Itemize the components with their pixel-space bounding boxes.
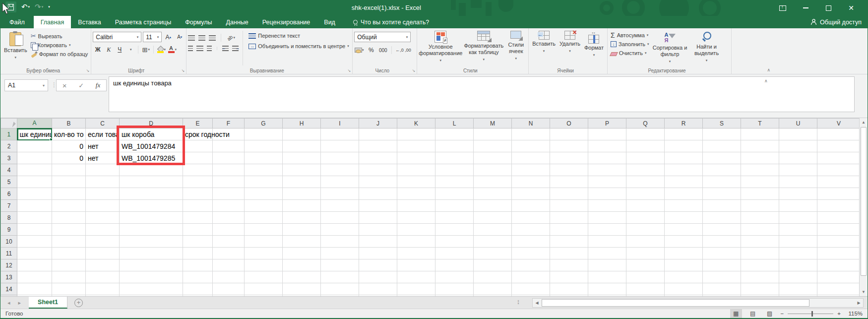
- cell-P9[interactable]: [588, 224, 626, 236]
- cell-H13[interactable]: [283, 271, 321, 283]
- column-header-B[interactable]: B: [52, 119, 86, 128]
- cell-E9[interactable]: [183, 224, 213, 236]
- cell-T2[interactable]: [741, 140, 779, 152]
- cell-K8[interactable]: [397, 212, 435, 224]
- cell-D12[interactable]: [120, 259, 183, 271]
- cell-D4[interactable]: [120, 164, 183, 176]
- row-header-13[interactable]: 13: [1, 271, 17, 283]
- column-header-L[interactable]: L: [435, 119, 474, 128]
- cell-S4[interactable]: [703, 164, 741, 176]
- zoom-out-button[interactable]: −: [781, 311, 784, 317]
- cell-B13[interactable]: [52, 271, 86, 283]
- cell-I11[interactable]: [321, 248, 359, 259]
- prev-sheet-icon[interactable]: ◂: [7, 300, 10, 306]
- cell-R8[interactable]: [665, 212, 703, 224]
- column-header-T[interactable]: T: [741, 119, 779, 128]
- cell-F11[interactable]: [213, 248, 245, 259]
- format-as-table-button[interactable]: Форматировать как таблицу ▾: [462, 30, 505, 66]
- cell-D5[interactable]: [120, 176, 183, 188]
- format-cells-button[interactable]: Формат ▾: [582, 30, 606, 66]
- cell-O6[interactable]: [550, 188, 588, 200]
- column-header-V[interactable]: V: [817, 119, 861, 128]
- cell-S9[interactable]: [703, 224, 741, 236]
- cell-P6[interactable]: [588, 188, 626, 200]
- cell-F10[interactable]: [213, 236, 245, 248]
- horizontal-scrollbar[interactable]: ◀ ▶: [532, 298, 864, 308]
- cell-R10[interactable]: [665, 236, 703, 248]
- row-header-6[interactable]: 6: [1, 188, 17, 200]
- cell-D3[interactable]: WB_1001479285: [120, 152, 183, 164]
- collapse-ribbon-icon[interactable]: ∧: [767, 67, 770, 72]
- cell-M3[interactable]: [474, 152, 512, 164]
- cell-P5[interactable]: [588, 176, 626, 188]
- cell-B14[interactable]: [52, 283, 86, 295]
- cell-V6[interactable]: [817, 188, 861, 200]
- cell-A3[interactable]: [17, 152, 52, 164]
- cell-C1[interactable]: если това: [86, 128, 120, 140]
- cell-M6[interactable]: [474, 188, 512, 200]
- cell-U12[interactable]: [779, 259, 817, 271]
- cell-Q3[interactable]: [626, 152, 665, 164]
- cell-L4[interactable]: [435, 164, 474, 176]
- cell-C5[interactable]: [86, 176, 120, 188]
- cell-V7[interactable]: [817, 200, 861, 212]
- cell-O8[interactable]: [550, 212, 588, 224]
- cell-T11[interactable]: [741, 248, 779, 259]
- cell-I9[interactable]: [321, 224, 359, 236]
- cell-C9[interactable]: [86, 224, 120, 236]
- collapse-formula-bar-icon[interactable]: ∧: [764, 78, 768, 83]
- cell-Q9[interactable]: [626, 224, 665, 236]
- comma-style-button[interactable]: 000: [378, 45, 388, 55]
- cell-B5[interactable]: [52, 176, 86, 188]
- cell-Q6[interactable]: [626, 188, 665, 200]
- cell-D2[interactable]: WB_1001479284: [120, 140, 183, 152]
- conditional-formatting-button[interactable]: Условное форматирование ▾: [419, 30, 462, 66]
- cell-U1[interactable]: [779, 128, 817, 140]
- cell-J1[interactable]: [359, 128, 397, 140]
- cell-L2[interactable]: [435, 140, 474, 152]
- cell-N1[interactable]: [512, 128, 550, 140]
- cell-N11[interactable]: [512, 248, 550, 259]
- cell-K4[interactable]: [397, 164, 435, 176]
- autosum-button[interactable]: ΣАвтосумма▾: [609, 32, 651, 39]
- cell-A2[interactable]: [17, 140, 52, 152]
- cell-B6[interactable]: [52, 188, 86, 200]
- cell-P12[interactable]: [588, 259, 626, 271]
- cell-H3[interactable]: [283, 152, 321, 164]
- cell-H7[interactable]: [283, 200, 321, 212]
- cell-A1[interactable]: шк единицы товара: [17, 128, 52, 140]
- insert-cells-button[interactable]: Вставить ▾: [530, 30, 558, 66]
- cell-S5[interactable]: [703, 176, 741, 188]
- cell-D1[interactable]: шк короба: [120, 128, 183, 140]
- column-header-O[interactable]: O: [550, 119, 588, 128]
- cell-L7[interactable]: [435, 200, 474, 212]
- cell-V13[interactable]: [817, 271, 861, 283]
- cell-F8[interactable]: [213, 212, 245, 224]
- cell-P1[interactable]: [588, 128, 626, 140]
- cell-U9[interactable]: [779, 224, 817, 236]
- cell-Q14[interactable]: [626, 283, 665, 295]
- cell-O2[interactable]: [550, 140, 588, 152]
- increase-font-button[interactable]: A▴: [163, 32, 173, 42]
- dialog-launcher-icon[interactable]: ↘: [412, 68, 416, 73]
- cell-K5[interactable]: [397, 176, 435, 188]
- delete-cells-button[interactable]: Удалить ▾: [558, 30, 582, 66]
- cell-O7[interactable]: [550, 200, 588, 212]
- cell-L8[interactable]: [435, 212, 474, 224]
- cell-F13[interactable]: [213, 271, 245, 283]
- row-header-11[interactable]: 11: [1, 248, 17, 259]
- cell-S12[interactable]: [703, 259, 741, 271]
- row-header-14[interactable]: 14: [1, 283, 17, 295]
- row-header-8[interactable]: 8: [1, 212, 17, 224]
- cell-U4[interactable]: [779, 164, 817, 176]
- cell-H12[interactable]: [283, 259, 321, 271]
- column-header-R[interactable]: R: [665, 119, 703, 128]
- cell-S7[interactable]: [703, 200, 741, 212]
- percent-style-button[interactable]: %: [366, 45, 376, 55]
- cell-B10[interactable]: [52, 236, 86, 248]
- cell-S10[interactable]: [703, 236, 741, 248]
- cell-B1[interactable]: кол-во то: [52, 128, 86, 140]
- column-header-G[interactable]: G: [245, 119, 283, 128]
- cell-K1[interactable]: [397, 128, 435, 140]
- tab-главная[interactable]: Главная: [34, 16, 71, 28]
